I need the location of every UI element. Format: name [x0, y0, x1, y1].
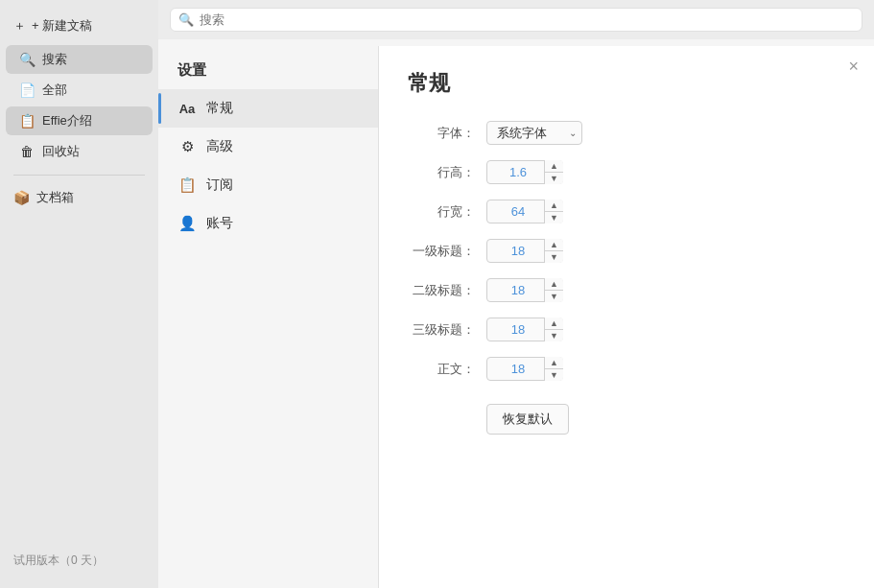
document-icon: 📄 — [19, 82, 35, 98]
settings-menu-subscription[interactable]: 📋 订阅 — [158, 166, 378, 204]
h3-control[interactable]: ▲ ▼ — [486, 318, 563, 341]
h2-spinner: ▲ ▼ — [544, 278, 563, 302]
settings-panel: 设置 Aa 常规 ⚙ 高级 📋 订阅 👤 账号 — [158, 46, 379, 588]
trash-icon: 🗑 — [19, 144, 35, 159]
h3-row: 三级标题： ▲ ▼ — [408, 318, 845, 341]
line-height-up-button[interactable]: ▲ — [545, 160, 563, 173]
h3-down-button[interactable]: ▼ — [545, 330, 563, 341]
font-label: 字体： — [408, 125, 475, 142]
font-row: 字体： 系统字体 ⌄ — [408, 121, 845, 145]
list-icon: 📋 — [19, 113, 35, 129]
main-content: 🔍 WEBGOIN.COM 为什么选择Effie Eff便才命。 Eff 形式 … — [158, 0, 874, 588]
h1-control[interactable]: ▲ ▼ — [486, 239, 563, 263]
line-height-row: 行高： ▲ ▼ — [408, 160, 845, 184]
settings-dialog: × 常规 字体： 系统字体 ⌄ 行高： ▲ ▼ — [379, 46, 874, 588]
h1-row: 一级标题： ▲ ▼ — [408, 239, 845, 263]
gear-icon: ⚙ — [177, 137, 197, 156]
line-height-control[interactable]: ▲ ▼ — [486, 160, 563, 184]
body-down-button[interactable]: ▼ — [545, 369, 563, 381]
h1-spinner: ▲ ▼ — [544, 239, 563, 263]
h3-label: 三级标题： — [408, 321, 475, 339]
trial-status: 试用版本（0 天） — [0, 545, 158, 576]
h3-up-button[interactable]: ▲ — [545, 318, 563, 330]
h2-down-button[interactable]: ▼ — [545, 291, 563, 302]
body-label: 正文： — [408, 361, 475, 378]
search-bar: 🔍 — [158, 0, 874, 39]
body-control[interactable]: ▲ ▼ — [486, 357, 563, 381]
search-icon: 🔍 — [19, 52, 35, 67]
sidebar-item-archive[interactable]: 📦 文档箱 — [0, 183, 158, 212]
h1-down-button[interactable]: ▼ — [545, 251, 563, 263]
line-height-down-button[interactable]: ▼ — [545, 173, 563, 184]
line-width-label: 行宽： — [408, 203, 475, 221]
restore-default-button[interactable]: 恢复默认 — [486, 404, 569, 435]
line-width-row: 行宽： ▲ ▼ — [408, 200, 845, 223]
font-control[interactable]: 系统字体 ⌄ — [486, 121, 582, 145]
search-input[interactable] — [200, 12, 854, 27]
line-width-down-button[interactable]: ▼ — [545, 212, 563, 223]
restore-row: 恢复默认 — [408, 396, 845, 435]
line-width-spinner: ▲ ▼ — [544, 200, 563, 223]
line-height-spinner: ▲ ▼ — [544, 160, 563, 184]
h2-up-button[interactable]: ▲ — [545, 278, 563, 291]
line-width-control[interactable]: ▲ ▼ — [486, 200, 563, 223]
settings-title: 设置 — [158, 46, 378, 89]
h1-label: 一级标题： — [408, 243, 475, 260]
sidebar-item-all[interactable]: 📄 全部 — [6, 76, 153, 105]
archive-icon: 📦 — [13, 190, 29, 205]
body-up-button[interactable]: ▲ — [545, 357, 563, 369]
dialog-close-button[interactable]: × — [848, 58, 859, 75]
settings-menu-advanced[interactable]: ⚙ 高级 — [158, 128, 378, 166]
sidebar-divider — [13, 175, 145, 176]
body-row: 正文： ▲ ▼ — [408, 357, 845, 381]
plus-icon: ＋ — [13, 17, 26, 35]
h2-control[interactable]: ▲ ▼ — [486, 278, 563, 302]
h1-up-button[interactable]: ▲ — [545, 239, 563, 251]
account-icon: 👤 — [177, 214, 197, 233]
sidebar: ＋ + 新建文稿 🔍 搜索 📄 全部 📋 Effie介绍 🗑 回收站 📦 文档箱… — [0, 0, 158, 588]
search-magnifier-icon: 🔍 — [178, 12, 194, 27]
search-input-wrapper[interactable]: 🔍 — [170, 8, 862, 32]
h2-label: 二级标题： — [408, 282, 475, 299]
new-document-button[interactable]: ＋ + 新建文稿 — [0, 12, 158, 40]
line-width-up-button[interactable]: ▲ — [545, 200, 563, 212]
line-height-label: 行高： — [408, 164, 475, 181]
dialog-title: 常规 — [408, 69, 845, 98]
font-select[interactable]: 系统字体 — [486, 121, 582, 145]
sidebar-item-effie-intro[interactable]: 📋 Effie介绍 — [6, 106, 153, 135]
sidebar-item-search[interactable]: 🔍 搜索 — [6, 45, 153, 74]
h2-row: 二级标题： ▲ ▼ — [408, 278, 845, 302]
h3-spinner: ▲ ▼ — [544, 318, 563, 341]
body-spinner: ▲ ▼ — [544, 357, 563, 381]
general-icon: Aa — [177, 99, 197, 118]
settings-menu-account[interactable]: 👤 账号 — [158, 204, 378, 243]
sidebar-item-trash[interactable]: 🗑 回收站 — [6, 137, 153, 166]
subscription-icon: 📋 — [177, 176, 197, 195]
settings-menu-general[interactable]: Aa 常规 — [158, 89, 378, 128]
